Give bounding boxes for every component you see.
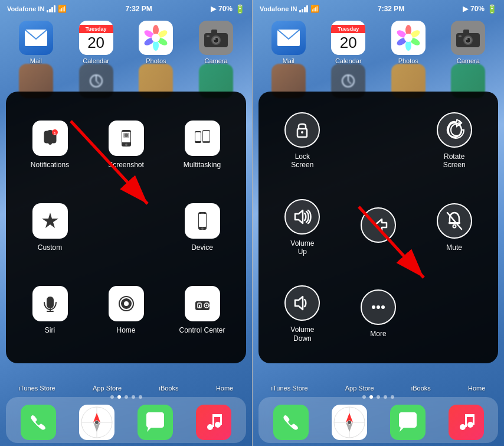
safari-dock-right[interactable] <box>332 405 367 440</box>
at-device[interactable]: Device <box>164 186 240 269</box>
svg-rect-62 <box>212 414 222 417</box>
battery-icon-left: 🔋 <box>235 4 245 14</box>
phone-dock-left[interactable] <box>21 405 56 440</box>
at-volume-down[interactable]: VolumeDown <box>264 271 341 357</box>
svg-rect-46 <box>199 305 200 308</box>
status-bar-left: Vodafone IN 📶 7:32 PM ▶ 70% 🔋 <box>0 0 252 18</box>
battery-text-left: 70% <box>218 5 233 13</box>
svg-point-92 <box>372 305 375 309</box>
svg-rect-21 <box>44 139 56 141</box>
svg-point-103 <box>348 421 351 424</box>
at-custom[interactable]: Custom <box>12 186 88 269</box>
camera-app-left[interactable]: Camera <box>195 21 237 64</box>
svg-point-14 <box>214 38 216 40</box>
custom-label: Custom <box>38 243 62 252</box>
appstore-label-left: App Store <box>93 385 122 392</box>
phone-dock-right[interactable] <box>273 405 309 440</box>
at-control-center[interactable]: Control Center <box>164 269 240 351</box>
rotate-screen-icon <box>437 112 472 148</box>
bottom-bar-left: iTunes Store App Store iBooks Home <box>0 385 252 392</box>
at-back[interactable] <box>341 184 417 271</box>
bottom-bar-right: iTunes Store App Store iBooks Home <box>253 385 504 392</box>
svg-point-37 <box>201 227 204 230</box>
time-left: 7:32 PM <box>125 5 152 13</box>
svg-point-104 <box>460 424 466 430</box>
calendar-app-right[interactable]: Tuesday 20 Calendar <box>328 21 369 64</box>
volume-down-label: VolumeDown <box>290 325 314 343</box>
svg-marker-86 <box>295 210 303 223</box>
svg-rect-15 <box>207 35 210 37</box>
appstore-label-right: App Store <box>345 385 374 392</box>
top-apps-left: Mail Tuesday 20 Calendar <box>0 21 252 64</box>
svg-point-57 <box>95 421 99 424</box>
dot-3 <box>125 395 128 399</box>
svg-line-81 <box>348 81 351 84</box>
battery-icon-right: 🔋 <box>487 4 497 14</box>
photos-app-right[interactable]: Photos <box>388 21 429 64</box>
at-rotate-screen[interactable]: RotateScreen <box>416 97 492 184</box>
more-label: More <box>370 330 386 338</box>
camera-app-right[interactable]: Camera <box>447 21 489 64</box>
svg-rect-73 <box>463 30 469 34</box>
more-icon <box>361 289 396 325</box>
dot-r1 <box>362 395 366 399</box>
svg-point-93 <box>377 305 380 309</box>
safari-dock-left[interactable] <box>79 405 114 440</box>
dot-4 <box>132 395 135 399</box>
calendar-icon-left: Tuesday 20 <box>79 21 113 55</box>
calendar-app-left[interactable]: Tuesday 20 Calendar <box>76 21 117 64</box>
multitasking-icon <box>185 121 220 156</box>
calendar-month-left: Tuesday <box>79 25 113 33</box>
svg-point-48 <box>205 304 207 306</box>
dot-r4 <box>384 395 387 399</box>
dot-2 <box>117 395 121 399</box>
battery-text-right: 70% <box>470 5 485 13</box>
at-volume-up[interactable]: VolumeUp <box>264 184 341 271</box>
mail-app-right[interactable]: Mail <box>268 21 309 64</box>
svg-point-22 <box>48 141 52 145</box>
at-screenshot[interactable]: Screenshot <box>88 103 164 186</box>
signal-icon <box>47 5 55 12</box>
calendar-month-right: Tuesday <box>331 25 365 33</box>
dot-r2 <box>369 395 373 399</box>
svg-point-8 <box>152 34 160 42</box>
music-dock-right[interactable] <box>449 405 484 440</box>
signal-icon-right <box>299 5 308 12</box>
mail-app-left[interactable]: Mail <box>15 21 57 64</box>
at-notifications[interactable]: 1 Notifications <box>12 103 88 186</box>
calendar-day-right: 20 <box>340 34 357 51</box>
camera-icon-left <box>199 21 233 55</box>
at-multitasking[interactable]: Multitasking <box>164 103 240 186</box>
messages-dock-right[interactable] <box>390 405 426 440</box>
svg-point-59 <box>215 422 221 428</box>
svg-point-83 <box>301 131 303 134</box>
device-label: Device <box>191 243 213 252</box>
photos-app-left[interactable]: Photos <box>135 21 176 64</box>
photos-icon-right <box>391 21 426 55</box>
messages-dock-left[interactable] <box>138 405 173 440</box>
mute-label: Mute <box>446 243 462 252</box>
at-more[interactable]: More <box>341 271 417 357</box>
at-empty-right <box>341 97 417 184</box>
svg-point-58 <box>207 424 213 430</box>
siri-label: Siri <box>45 326 55 334</box>
mail-icon-left <box>19 21 53 55</box>
calendar-icon-right: Tuesday 20 <box>331 21 365 55</box>
itunes-label-left: iTunes Store <box>19 385 55 392</box>
at-lock-screen[interactable]: LockScreen <box>264 97 341 184</box>
top-apps-right: Mail Tuesday 20 Calendar <box>253 21 504 64</box>
assistive-overlay-right: LockScreen RotateScreen <box>258 92 498 363</box>
music-dock-left[interactable] <box>196 405 231 440</box>
svg-point-27 <box>125 144 127 146</box>
svg-line-18 <box>96 81 99 84</box>
rotate-screen-label: RotateScreen <box>443 152 466 170</box>
at-siri[interactable]: Siri <box>12 269 88 351</box>
at-mute[interactable]: Mute <box>416 184 492 271</box>
dock-right <box>253 405 504 440</box>
dot-1 <box>110 395 114 399</box>
svg-point-29 <box>125 134 128 137</box>
at-home[interactable]: Home <box>88 269 164 351</box>
svg-point-94 <box>381 305 385 309</box>
home-label: Home <box>116 326 135 334</box>
volume-down-icon <box>284 285 320 321</box>
